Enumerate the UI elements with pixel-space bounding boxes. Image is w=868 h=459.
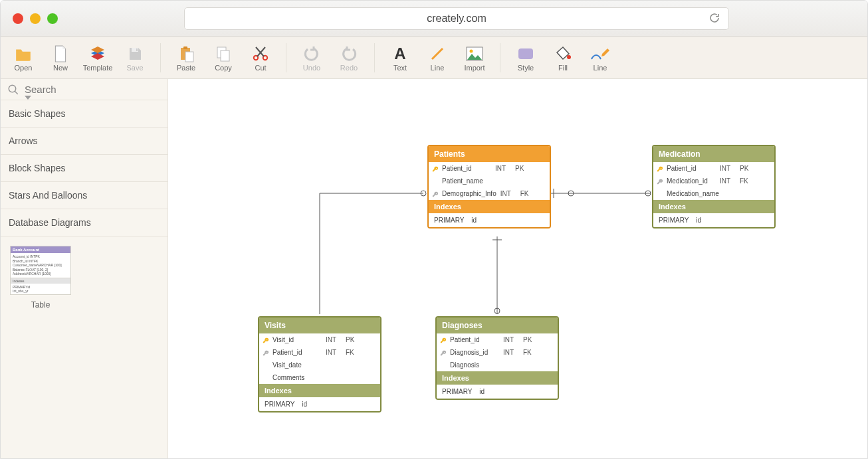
svg-rect-1 [136, 48, 138, 51]
entity-field-row: Patient_idINTPK [653, 162, 774, 175]
toolbar-separator [500, 43, 500, 72]
save-icon [127, 44, 143, 64]
copy-button[interactable]: Copy [205, 44, 242, 72]
entity-title: Visits [259, 318, 380, 333]
indexes-label: Indexes [437, 371, 558, 385]
close-window-button[interactable] [13, 13, 23, 24]
entity-title: Medication [653, 146, 774, 162]
entity-field-row: Medication_name [653, 187, 774, 200]
dropdown-triangle-icon[interactable] [25, 96, 31, 100]
paste-button[interactable]: Paste [167, 44, 205, 72]
open-button[interactable]: Open [5, 44, 42, 72]
line-icon [429, 44, 445, 64]
sidebar-category[interactable]: Basic Shapes [1, 100, 167, 128]
toolbar-separator [160, 43, 161, 72]
entity-field-row: Visit_idINTPK [259, 333, 380, 346]
sidebar-category[interactable]: Block Shapes [1, 155, 167, 182]
document-icon [53, 44, 68, 64]
thumbnail-label: Table [10, 300, 71, 310]
cut-button[interactable]: Cut [242, 44, 279, 72]
indexes-label: Indexes [429, 200, 550, 213]
svg-point-11 [470, 49, 473, 52]
entity-field-row: Visit_date [259, 359, 380, 371]
style-button[interactable]: Style [507, 44, 544, 72]
search-row [1, 79, 167, 100]
indexes-body: PRIMARY id [653, 213, 774, 227]
svg-point-18 [568, 191, 574, 196]
svg-point-22 [494, 308, 500, 314]
reload-icon[interactable] [708, 12, 720, 27]
indexes-label: Indexes [653, 200, 774, 213]
entity-field-row: Diagnosis_idINTFK [437, 346, 558, 359]
indexes-body: PRIMARY id [437, 385, 558, 399]
text-icon: A [394, 44, 405, 64]
canvas[interactable]: Patients Patient_idINTPKPatient_nameDemo… [168, 79, 867, 458]
fill-button[interactable]: Fill [544, 44, 582, 72]
url-bar[interactable]: creately.com [184, 7, 729, 30]
sidebar-category[interactable]: Stars And Balloons [1, 182, 167, 209]
entity-patients[interactable]: Patients Patient_idINTPKPatient_nameDemo… [427, 145, 551, 229]
app-window: creately.com Open New Template Save [0, 0, 868, 459]
style-icon [517, 44, 534, 64]
entity-diagnoses[interactable]: Diagnoses Patient_idINTPKDiagnosis_idINT… [435, 316, 559, 400]
image-icon [466, 44, 483, 64]
line-tool[interactable]: Line [419, 44, 456, 72]
entity-visits[interactable]: Visits Visit_idINTPKPatient_idINTFKVisit… [258, 316, 381, 413]
minimize-window-button[interactable] [30, 13, 41, 24]
text-tool[interactable]: A Text [381, 44, 419, 72]
entity-medication[interactable]: Medication Patient_idINTPKMedication_idI… [652, 145, 776, 229]
copy-icon [215, 44, 231, 64]
entity-field-row: Demographic_InfoINTFK [429, 187, 550, 200]
svg-line-9 [432, 48, 443, 59]
entity-field-row: Patient_idINTPK [437, 333, 558, 346]
svg-line-15 [15, 91, 18, 94]
entity-field-row: Comments [259, 371, 380, 384]
entity-title: Patients [429, 146, 550, 162]
indexes-label: Indexes [259, 384, 380, 397]
toolbar-separator [286, 43, 286, 72]
sidebar-category[interactable]: Arrows [1, 128, 167, 155]
svg-rect-3 [183, 46, 187, 49]
toolbar: Open New Template Save Paste C [1, 37, 867, 79]
indexes-body: PRIMARY id [429, 213, 550, 227]
clipboard-icon [178, 44, 194, 64]
pencil-line-icon [590, 44, 610, 64]
svg-rect-12 [518, 48, 533, 59]
window-controls [13, 13, 58, 24]
undo-button[interactable]: Undo [293, 44, 330, 72]
import-button[interactable]: Import [456, 44, 493, 72]
scissors-icon [252, 44, 269, 64]
indexes-body: PRIMARY id [259, 397, 380, 411]
template-button[interactable]: Template [79, 44, 116, 72]
svg-rect-4 [185, 52, 193, 62]
folder-icon [15, 44, 32, 64]
search-input[interactable] [23, 83, 161, 96]
svg-point-13 [567, 55, 571, 59]
bucket-icon [554, 44, 572, 64]
svg-point-20 [645, 191, 651, 196]
maximize-window-button[interactable] [47, 13, 58, 24]
toolbar-separator [374, 43, 375, 72]
entity-field-row: Patient_idINTPK [429, 162, 550, 175]
redo-button[interactable]: Redo [330, 44, 368, 72]
template-icon [89, 44, 106, 64]
sidebar-category[interactable]: Database Diagrams [1, 209, 167, 236]
svg-point-14 [9, 85, 16, 92]
save-button[interactable]: Save [116, 44, 154, 72]
undo-icon [304, 44, 320, 64]
entity-title: Diagnoses [437, 318, 558, 333]
search-icon [7, 84, 19, 96]
sidebar: Basic ShapesArrowsBlock ShapesStars And … [1, 79, 168, 458]
redo-icon [341, 44, 357, 64]
entity-field-row: Diagnosis [437, 359, 558, 371]
entity-field-row: Patient_name [429, 175, 550, 187]
entity-field-row: Patient_idINTFK [259, 346, 380, 359]
svg-point-16 [421, 191, 426, 196]
line-style-button[interactable]: Line [582, 44, 619, 72]
titlebar: creately.com [1, 1, 867, 37]
shape-thumbnail-area: Bank Account Account_id INTPKBranch_id I… [1, 236, 167, 319]
table-shape-thumbnail[interactable]: Bank Account Account_id INTPKBranch_id I… [10, 246, 71, 295]
new-button[interactable]: New [42, 44, 79, 72]
url-text: creately.com [427, 13, 487, 25]
entity-field-row: Medication_idINTFK [653, 175, 774, 187]
